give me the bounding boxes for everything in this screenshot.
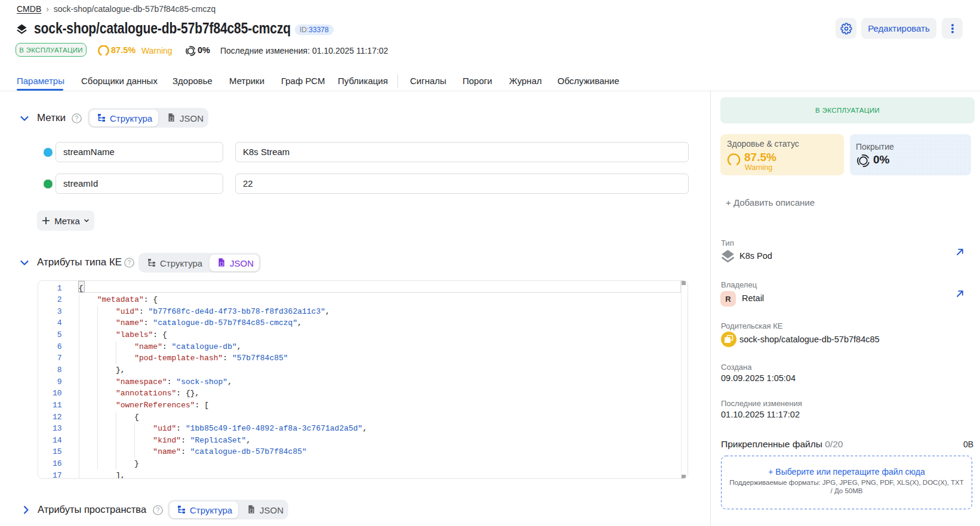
svg-text:{}: {}	[169, 117, 174, 121]
svg-text:{}: {}	[249, 509, 254, 513]
svg-text:{}: {}	[219, 262, 224, 266]
svg-text:?: ?	[156, 506, 160, 513]
svg-text:?: ?	[75, 115, 79, 122]
svg-text:?: ?	[128, 259, 131, 266]
